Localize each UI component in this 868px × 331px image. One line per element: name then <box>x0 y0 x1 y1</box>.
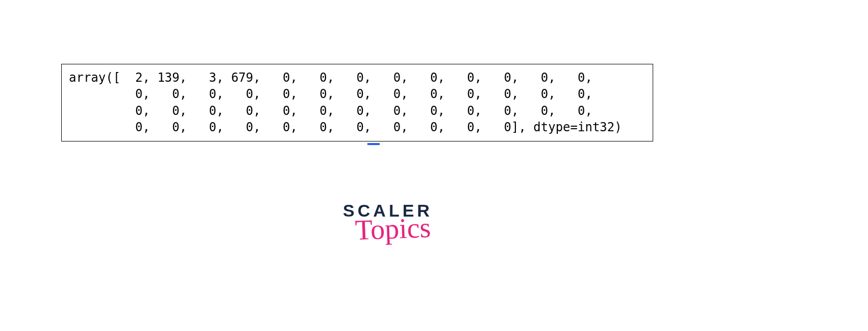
code-line-1: array([ 2, 139, 3, 679, 0, 0, 0, 0, 0, 0… <box>69 70 592 85</box>
logo-text-topics: Topics <box>326 214 450 244</box>
code-output-box: array([ 2, 139, 3, 679, 0, 0, 0, 0, 0, 0… <box>61 64 653 141</box>
scaler-topics-logo: SCALER Topics <box>327 202 449 242</box>
blue-mark <box>367 143 380 145</box>
logo-text-scaler: SCALER <box>327 202 449 219</box>
code-line-2: 0, 0, 0, 0, 0, 0, 0, 0, 0, 0, 0, 0, 0, <box>69 87 592 101</box>
code-line-4: 0, 0, 0, 0, 0, 0, 0, 0, 0, 0, 0], dtype=… <box>69 120 622 134</box>
code-line-3: 0, 0, 0, 0, 0, 0, 0, 0, 0, 0, 0, 0, 0, <box>69 104 592 118</box>
